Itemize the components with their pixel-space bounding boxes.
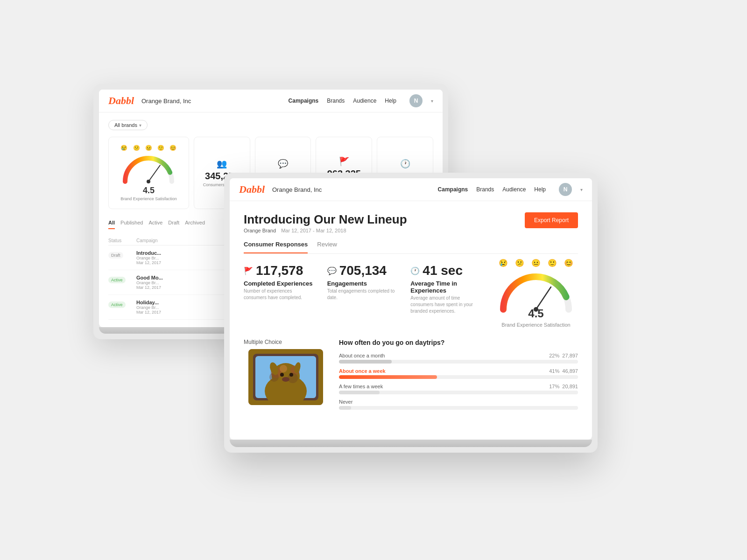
- front-completed-number: 117,578: [256, 263, 303, 278]
- front-answer3-label: A few times a week: [339, 384, 383, 389]
- back-row3-status: Active: [108, 301, 126, 308]
- front-metric-time: 🕐 41 sec Average Time in Experiences Ave…: [410, 263, 480, 315]
- front-time-title: Average Time in Experiences: [410, 280, 480, 294]
- emoji-unhappy: 😕: [133, 145, 140, 151]
- back-nav-campaigns[interactable]: Campaigns: [289, 98, 319, 104]
- front-answer4-bar-fill: [339, 406, 351, 410]
- front-answer-3: A few times a week 17% 20,891: [339, 384, 578, 394]
- front-laptop: Dabbl Orange Brand, Inc Campaigns Brands…: [224, 173, 598, 453]
- back-col-status: Status: [108, 238, 136, 243]
- front-logo: Dabbl: [239, 183, 265, 196]
- back-nav-help[interactable]: Help: [385, 98, 396, 104]
- back-nav-audience[interactable]: Audience: [353, 98, 376, 104]
- back-consumers-icon: 👥: [217, 159, 227, 169]
- front-answer2-count: 41% 46,897: [549, 368, 578, 374]
- front-answer3-label-row: A few times a week 17% 20,891: [339, 384, 578, 389]
- front-answer4-label: Never: [339, 399, 352, 405]
- front-metric-engagements: 💬 705,134 Engagements Total engagements …: [327, 263, 397, 301]
- back-gauge: [120, 151, 176, 184]
- front-emoji-sad: 😢: [499, 259, 508, 267]
- front-answer2-label: About once a week: [339, 368, 386, 374]
- front-answer-1: About once a month 22% 27,897: [339, 353, 578, 364]
- back-tab-archived[interactable]: Archived: [185, 220, 205, 229]
- front-question-image-col: Multiple Choice: [244, 339, 328, 414]
- front-answer1-label: About once a month: [339, 353, 385, 358]
- front-question-type: Multiple Choice: [244, 339, 282, 345]
- front-laptop-base: [230, 440, 592, 447]
- front-campaign-title: Introducing Our New Lineup: [244, 212, 407, 227]
- front-answer-4: Never: [339, 399, 578, 410]
- front-gauge-emojis: 😢 😕 😐 🙂 😊: [499, 259, 573, 267]
- back-tab-all[interactable]: All: [108, 220, 115, 229]
- front-avatar-chevron: ▾: [580, 187, 583, 192]
- front-gauge-block: 😢 😕 😐 🙂 😊: [494, 263, 578, 328]
- back-row1-status: Draft: [108, 252, 123, 259]
- back-engagements-icon: 💬: [278, 159, 288, 169]
- front-answer2-bar-bg: [339, 375, 578, 379]
- front-question-section: Multiple Choice: [244, 339, 578, 414]
- front-metrics-row: 🚩 117,578 Completed Experiences Number o…: [244, 263, 578, 328]
- front-completed-icon-num: 🚩 117,578: [244, 263, 313, 278]
- front-engagements-icon-num: 💬 705,134: [327, 263, 397, 278]
- back-navbar: Dabbl Orange Brand, Inc Campaigns Brands…: [99, 90, 443, 112]
- front-time-desc: Average amount of time consumers have sp…: [410, 295, 480, 315]
- back-tab-published[interactable]: Published: [120, 220, 143, 229]
- emoji-happy: 🙂: [157, 145, 164, 151]
- back-satisfaction-label: Brand Experience Satisfaction: [120, 196, 177, 201]
- front-engagements-icon: 💬: [327, 266, 337, 275]
- front-tab-review[interactable]: Review: [317, 241, 337, 253]
- svg-line-0: [148, 165, 160, 182]
- front-completed-title: Completed Experiences: [244, 280, 313, 287]
- front-avatar[interactable]: N: [559, 183, 572, 196]
- front-main: Introducing Our New Lineup Orange Brand …: [230, 201, 592, 426]
- front-time-icon-num: 🕐 41 sec: [410, 263, 480, 278]
- back-row2-status: Active: [108, 277, 126, 283]
- front-nav-help[interactable]: Help: [534, 186, 546, 193]
- front-answer4-label-row: Never: [339, 399, 578, 405]
- back-tab-bar: All Published Active Draft Archived: [108, 220, 205, 229]
- back-tab-active[interactable]: Active: [148, 220, 162, 229]
- front-completed-desc: Number of experiences consumers have com…: [244, 288, 313, 301]
- svg-point-11: [280, 365, 287, 372]
- back-avatar[interactable]: N: [409, 94, 423, 107]
- front-time-number: 41 sec: [423, 263, 463, 278]
- front-answer1-bar-bg: [339, 360, 578, 364]
- front-emoji-neutral: 😐: [531, 259, 541, 267]
- front-campaign-header: Introducing Our New Lineup Orange Brand …: [244, 212, 578, 233]
- front-emoji-unhappy: 😕: [515, 259, 524, 267]
- front-answer2-bar-fill: [339, 375, 437, 379]
- front-metric-completed: 🚩 117,578 Completed Experiences Number o…: [244, 263, 313, 301]
- front-answer3-bar-bg: [339, 391, 578, 394]
- front-answer3-count: 17% 20,891: [549, 384, 578, 389]
- front-emoji-happy: 🙂: [548, 259, 557, 267]
- front-export-btn[interactable]: Export Report: [525, 212, 578, 228]
- front-nav-brands[interactable]: Brands: [476, 186, 494, 193]
- front-answer4-bar-bg: [339, 406, 578, 410]
- front-gauge-label: Brand Experience Satisfaction: [501, 322, 570, 328]
- front-nav-links: Campaigns Brands Audience Help N ▾: [438, 183, 583, 196]
- front-question-image: [248, 349, 323, 405]
- front-answer1-count: 22% 27,897: [549, 353, 578, 358]
- front-answer1-bar-fill: [339, 360, 392, 364]
- back-logo: Dabbl: [108, 95, 134, 107]
- back-stat-satisfaction: 😢 😕 😐 🙂 😊: [108, 137, 189, 209]
- back-avatar-chevron: ▾: [431, 98, 433, 104]
- back-brand-exp-icon: 🚩: [339, 156, 349, 167]
- front-answer-2: About once a week 41% 46,897: [339, 368, 578, 379]
- svg-point-15: [289, 373, 293, 377]
- back-filter-chevron: ▾: [139, 123, 141, 128]
- front-campaign-dates: Mar 12, 2017 - Mar 12, 2018: [281, 228, 346, 233]
- back-filter-pill[interactable]: All brands ▾: [108, 120, 148, 130]
- emoji-sad: 😢: [120, 145, 127, 151]
- front-company: Orange Brand, Inc: [272, 186, 438, 193]
- front-tab-responses[interactable]: Consumer Responses: [244, 241, 308, 253]
- front-tab-bar: Consumer Responses Review: [244, 241, 578, 254]
- back-nav-brands[interactable]: Brands: [327, 98, 345, 104]
- back-time-icon: 🕐: [400, 159, 410, 169]
- front-nav-campaigns[interactable]: Campaigns: [438, 186, 468, 193]
- back-tab-draft[interactable]: Draft: [168, 220, 179, 229]
- svg-point-14: [280, 373, 284, 377]
- front-engagements-title: Engagements: [327, 280, 397, 287]
- front-nav-audience[interactable]: Audience: [502, 186, 526, 193]
- front-campaign-meta: Orange Brand Mar 12, 2017 - Mar 12, 2018: [244, 228, 407, 233]
